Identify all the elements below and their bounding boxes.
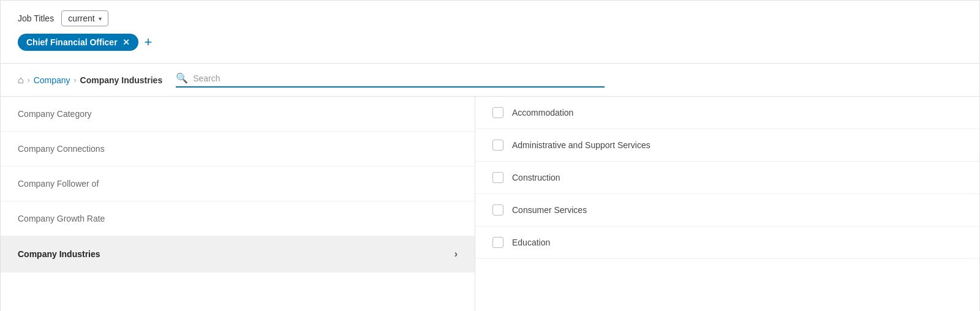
right-item-label-admin-support: Administrative and Support Services bbox=[512, 140, 650, 150]
chevron-right-icon: › bbox=[454, 249, 458, 260]
right-item-education[interactable]: Education bbox=[475, 227, 979, 259]
search-input[interactable] bbox=[193, 73, 605, 83]
chevron-down-icon: ▾ bbox=[99, 15, 102, 22]
cfo-tag: Chief Financial Officer ✕ bbox=[18, 34, 138, 51]
home-icon[interactable]: ⌂ bbox=[18, 75, 24, 86]
right-item-label-construction: Construction bbox=[512, 173, 560, 182]
search-wrapper: 🔍 bbox=[176, 72, 605, 88]
right-item-admin-support[interactable]: Administrative and Support Services bbox=[475, 129, 979, 162]
job-titles-row: Job Titles current ▾ bbox=[18, 10, 962, 26]
checkbox-consumer-services[interactable] bbox=[492, 204, 503, 215]
checkbox-education[interactable] bbox=[492, 237, 503, 248]
checkbox-accommodation[interactable] bbox=[492, 107, 503, 118]
breadcrumb-section: ⌂ › Company › Company Industries 🔍 bbox=[1, 64, 979, 97]
add-tag-button[interactable]: + bbox=[145, 36, 153, 49]
dropdown-value: current bbox=[68, 13, 95, 23]
breadcrumb-separator-1: › bbox=[28, 76, 30, 84]
right-item-construction[interactable]: Construction bbox=[475, 162, 979, 194]
search-icon: 🔍 bbox=[176, 72, 188, 84]
left-item-company-industries[interactable]: Company Industries › bbox=[1, 236, 475, 272]
tags-row: Chief Financial Officer ✕ + bbox=[18, 34, 962, 51]
left-item-company-connections[interactable]: Company Connections bbox=[1, 132, 475, 167]
left-item-company-growth[interactable]: Company Growth Rate bbox=[1, 201, 475, 236]
right-item-label-accommodation: Accommodation bbox=[512, 108, 573, 118]
right-item-accommodation[interactable]: Accommodation bbox=[475, 97, 979, 129]
breadcrumb-current: Company Industries bbox=[80, 75, 163, 85]
current-dropdown[interactable]: current ▾ bbox=[61, 10, 108, 26]
checkbox-admin-support[interactable] bbox=[492, 140, 503, 151]
right-item-label-education: Education bbox=[512, 238, 550, 247]
left-item-company-category[interactable]: Company Category bbox=[1, 97, 475, 132]
job-titles-section: Job Titles current ▾ Chief Financial Off… bbox=[1, 1, 979, 64]
right-item-label-consumer-services: Consumer Services bbox=[512, 205, 587, 215]
page-wrapper: Job Titles current ▾ Chief Financial Off… bbox=[0, 0, 980, 311]
right-column: Accommodation Administrative and Support… bbox=[475, 97, 979, 311]
remove-tag-button[interactable]: ✕ bbox=[123, 38, 130, 47]
left-item-company-follower[interactable]: Company Follower of bbox=[1, 167, 475, 201]
tag-label: Chief Financial Officer bbox=[26, 37, 118, 47]
main-content: Company Category Company Connections Com… bbox=[1, 97, 979, 311]
breadcrumb-separator-2: › bbox=[74, 76, 77, 84]
breadcrumb-company[interactable]: Company bbox=[34, 75, 70, 85]
job-titles-label: Job Titles bbox=[18, 13, 54, 23]
right-item-consumer-services[interactable]: Consumer Services bbox=[475, 194, 979, 227]
left-column: Company Category Company Connections Com… bbox=[1, 97, 475, 311]
checkbox-construction[interactable] bbox=[492, 172, 503, 183]
